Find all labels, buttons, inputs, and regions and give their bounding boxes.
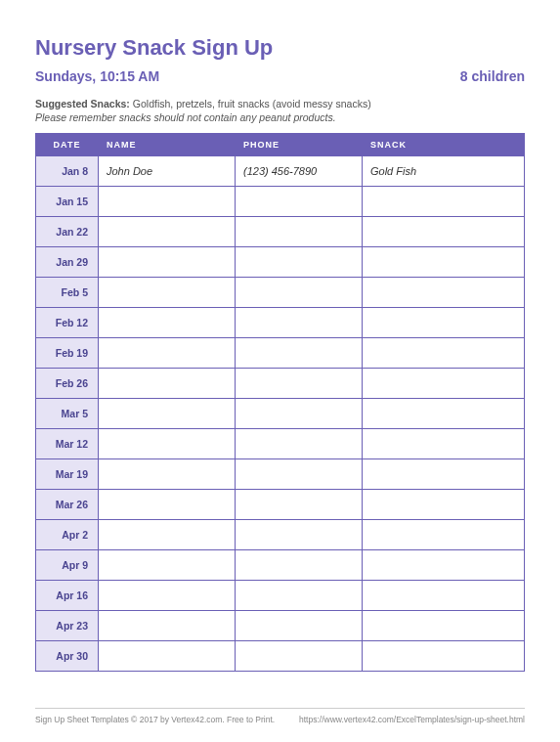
table-row: Feb 5 bbox=[36, 278, 525, 308]
phone-cell[interactable] bbox=[236, 611, 363, 641]
table-row: Jan 8John Doe(123) 456-7890Gold Fish bbox=[36, 156, 525, 187]
snack-cell[interactable] bbox=[363, 520, 525, 550]
table-row: Mar 26 bbox=[36, 490, 525, 520]
phone-cell[interactable] bbox=[236, 641, 363, 672]
table-row: Jan 22 bbox=[36, 217, 525, 247]
table-row: Apr 9 bbox=[36, 550, 525, 581]
date-cell: Jan 8 bbox=[36, 156, 99, 187]
snack-cell[interactable] bbox=[363, 550, 525, 581]
date-cell: Apr 9 bbox=[36, 550, 99, 581]
name-cell[interactable] bbox=[99, 550, 236, 581]
table-row: Apr 30 bbox=[36, 641, 525, 672]
name-cell[interactable] bbox=[99, 581, 236, 611]
table-row: Apr 2 bbox=[36, 520, 525, 550]
footer-copyright: Sign Up Sheet Templates © 2017 by Vertex… bbox=[35, 715, 275, 724]
date-cell: Mar 26 bbox=[36, 490, 99, 520]
name-cell[interactable] bbox=[99, 429, 236, 459]
col-date: DATE bbox=[36, 134, 99, 156]
name-cell[interactable] bbox=[99, 399, 236, 429]
snack-cell[interactable] bbox=[363, 459, 525, 490]
phone-cell[interactable] bbox=[236, 490, 363, 520]
children-count: 8 children bbox=[460, 68, 525, 84]
date-cell: Apr 2 bbox=[36, 520, 99, 550]
snack-cell[interactable] bbox=[363, 247, 525, 278]
snack-cell[interactable] bbox=[363, 429, 525, 459]
snack-cell[interactable] bbox=[363, 581, 525, 611]
schedule-text: Sundays, 10:15 AM bbox=[35, 68, 159, 84]
snack-cell[interactable] bbox=[363, 399, 525, 429]
phone-cell[interactable] bbox=[236, 459, 363, 490]
name-cell[interactable] bbox=[99, 641, 236, 672]
name-cell[interactable] bbox=[99, 459, 236, 490]
snack-cell[interactable] bbox=[363, 611, 525, 641]
phone-cell[interactable] bbox=[236, 187, 363, 217]
phone-cell[interactable] bbox=[236, 247, 363, 278]
snack-cell[interactable] bbox=[363, 217, 525, 247]
col-phone: PHONE bbox=[236, 134, 363, 156]
date-cell: Mar 19 bbox=[36, 459, 99, 490]
col-snack: SNACK bbox=[363, 134, 525, 156]
phone-cell[interactable] bbox=[236, 278, 363, 308]
table-row: Mar 12 bbox=[36, 429, 525, 459]
name-cell[interactable] bbox=[99, 217, 236, 247]
table-row: Apr 16 bbox=[36, 581, 525, 611]
suggested-label: Suggested Snacks: bbox=[35, 98, 130, 109]
phone-cell[interactable] bbox=[236, 308, 363, 338]
date-cell: Feb 12 bbox=[36, 308, 99, 338]
phone-cell[interactable] bbox=[236, 581, 363, 611]
name-cell[interactable] bbox=[99, 611, 236, 641]
date-cell: Apr 30 bbox=[36, 641, 99, 672]
table-row: Feb 26 bbox=[36, 369, 525, 399]
signup-table: DATE NAME PHONE SNACK Jan 8John Doe(123)… bbox=[35, 133, 525, 672]
phone-cell[interactable]: (123) 456-7890 bbox=[236, 156, 363, 187]
table-row: Mar 5 bbox=[36, 399, 525, 429]
table-row: Feb 19 bbox=[36, 338, 525, 369]
name-cell[interactable] bbox=[99, 278, 236, 308]
table-header-row: DATE NAME PHONE SNACK bbox=[36, 134, 525, 156]
table-row: Jan 29 bbox=[36, 247, 525, 278]
name-cell[interactable] bbox=[99, 490, 236, 520]
date-cell: Mar 12 bbox=[36, 429, 99, 459]
name-cell[interactable] bbox=[99, 247, 236, 278]
page-title: Nursery Snack Sign Up bbox=[35, 35, 525, 61]
name-cell[interactable] bbox=[99, 308, 236, 338]
suggested-text: Goldfish, pretzels, fruit snacks (avoid … bbox=[130, 98, 371, 109]
date-cell: Mar 5 bbox=[36, 399, 99, 429]
date-cell: Feb 19 bbox=[36, 338, 99, 369]
phone-cell[interactable] bbox=[236, 369, 363, 399]
table-row: Jan 15 bbox=[36, 187, 525, 217]
phone-cell[interactable] bbox=[236, 429, 363, 459]
suggested-snacks: Suggested Snacks: Goldfish, pretzels, fr… bbox=[35, 98, 525, 109]
table-row: Mar 19 bbox=[36, 459, 525, 490]
snack-cell[interactable] bbox=[363, 369, 525, 399]
name-cell[interactable]: John Doe bbox=[99, 156, 236, 187]
name-cell[interactable] bbox=[99, 369, 236, 399]
name-cell[interactable] bbox=[99, 520, 236, 550]
snack-cell[interactable] bbox=[363, 338, 525, 369]
snack-cell[interactable] bbox=[363, 308, 525, 338]
table-row: Apr 23 bbox=[36, 611, 525, 641]
phone-cell[interactable] bbox=[236, 520, 363, 550]
col-name: NAME bbox=[99, 134, 236, 156]
date-cell: Feb 26 bbox=[36, 369, 99, 399]
phone-cell[interactable] bbox=[236, 550, 363, 581]
snack-cell[interactable] bbox=[363, 278, 525, 308]
peanut-note: Please remember snacks should not contai… bbox=[35, 111, 525, 123]
date-cell: Jan 15 bbox=[36, 187, 99, 217]
snack-cell[interactable] bbox=[363, 490, 525, 520]
date-cell: Jan 29 bbox=[36, 247, 99, 278]
date-cell: Jan 22 bbox=[36, 217, 99, 247]
footer: Sign Up Sheet Templates © 2017 by Vertex… bbox=[35, 708, 525, 724]
subheader-row: Sundays, 10:15 AM 8 children bbox=[35, 68, 525, 84]
date-cell: Apr 23 bbox=[36, 611, 99, 641]
snack-cell[interactable]: Gold Fish bbox=[363, 156, 525, 187]
phone-cell[interactable] bbox=[236, 217, 363, 247]
footer-url: https://www.vertex42.com/ExcelTemplates/… bbox=[299, 715, 525, 724]
phone-cell[interactable] bbox=[236, 399, 363, 429]
name-cell[interactable] bbox=[99, 187, 236, 217]
date-cell: Feb 5 bbox=[36, 278, 99, 308]
snack-cell[interactable] bbox=[363, 641, 525, 672]
phone-cell[interactable] bbox=[236, 338, 363, 369]
snack-cell[interactable] bbox=[363, 187, 525, 217]
name-cell[interactable] bbox=[99, 338, 236, 369]
